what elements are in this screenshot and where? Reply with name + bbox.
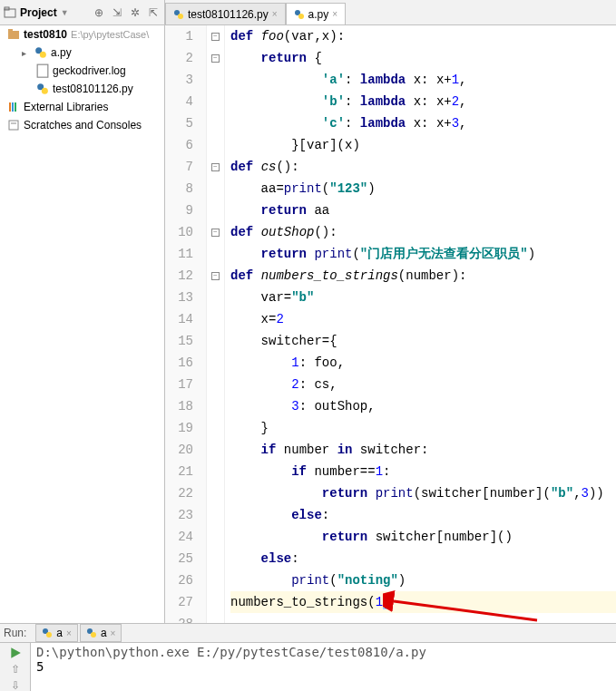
project-tree[interactable]: test0810 E:\py\pytestCase\ ▸ a.py geckod…	[0, 25, 165, 623]
line-number[interactable]: 17	[165, 374, 193, 395]
run-output[interactable]: D:\python\python.exe E:/py/pytestCase/te…	[31, 643, 616, 691]
code-line[interactable]: 'b': lambda x: x+2,	[230, 91, 616, 112]
line-number[interactable]: 20	[165, 439, 193, 461]
fold-marker[interactable]	[207, 548, 224, 569]
fold-marker[interactable]: −	[207, 156, 224, 178]
code-line[interactable]: print("noting")	[230, 569, 616, 591]
fold-marker[interactable]	[207, 439, 224, 461]
fold-marker[interactable]	[207, 352, 224, 374]
code-line[interactable]: 'a': lambda x: x+1,	[230, 69, 616, 91]
code-line[interactable]: else:	[230, 504, 616, 526]
line-number[interactable]: 28	[165, 613, 193, 623]
line-number[interactable]: 3	[165, 69, 193, 91]
line-number[interactable]: 8	[165, 178, 193, 200]
line-number[interactable]: 15	[165, 330, 193, 352]
code-line[interactable]: def numbers_to_strings(number):	[230, 265, 616, 287]
fold-marker[interactable]	[207, 482, 224, 504]
code-editor[interactable]: 1234567891011121314151617181920212223242…	[165, 25, 616, 623]
fold-marker[interactable]	[207, 134, 224, 156]
code-line[interactable]: 3: outShop,	[230, 395, 616, 417]
tree-scratches[interactable]: Scratches and Consoles	[0, 116, 164, 134]
code-line[interactable]: def outShop():	[230, 221, 616, 243]
code-line[interactable]: 1: foo,	[230, 352, 616, 374]
project-tool-window-header[interactable]: Project ▼ ⊕ ⇲ ✲ ⇱	[0, 0, 165, 24]
line-number[interactable]: 22	[165, 482, 193, 504]
code-line[interactable]: }[var](x)	[230, 134, 616, 156]
close-icon[interactable]: ×	[66, 628, 72, 638]
code-line[interactable]	[230, 613, 616, 623]
code-line[interactable]: numbers_to_strings(1)	[230, 591, 616, 613]
code-line[interactable]: if number in switcher:	[230, 439, 616, 461]
line-number[interactable]: 2	[165, 47, 193, 69]
line-number[interactable]: 5	[165, 112, 193, 134]
line-number[interactable]: 11	[165, 243, 193, 265]
line-number[interactable]: 27	[165, 591, 193, 613]
scroll-up-icon[interactable]: ⇧	[9, 663, 22, 676]
fold-marker[interactable]	[207, 200, 224, 221]
line-number[interactable]: 23	[165, 504, 193, 526]
fold-marker[interactable]	[207, 526, 224, 548]
line-number[interactable]: 18	[165, 395, 193, 417]
code-line[interactable]: return print(switcher[number]("b",3))	[230, 482, 616, 504]
fold-marker[interactable]	[207, 591, 224, 613]
scope-icon[interactable]: ⊕	[92, 5, 106, 20]
fold-marker[interactable]	[207, 287, 224, 308]
fold-column[interactable]: −−−−−	[207, 25, 225, 623]
fold-marker[interactable]	[207, 569, 224, 591]
line-number[interactable]: 25	[165, 548, 193, 569]
tree-external-libs[interactable]: External Libraries	[0, 98, 164, 116]
code-line[interactable]: if number==1:	[230, 461, 616, 482]
fold-marker[interactable]: −	[207, 221, 224, 243]
line-number[interactable]: 14	[165, 308, 193, 330]
tree-root[interactable]: test0810 E:\py\pytestCase\	[0, 25, 164, 44]
rerun-icon[interactable]	[9, 647, 22, 659]
line-number[interactable]: 7	[165, 156, 193, 178]
fold-marker[interactable]	[207, 461, 224, 482]
code-line[interactable]: def foo(var,x):	[230, 25, 616, 47]
code-line[interactable]: aa=print("123")	[230, 178, 616, 200]
code-line[interactable]: var="b"	[230, 287, 616, 308]
chevron-right-icon[interactable]: ▸	[22, 48, 31, 58]
line-number[interactable]: 9	[165, 200, 193, 221]
collapse-icon[interactable]: ⇱	[146, 5, 161, 20]
fold-marker[interactable]: −	[207, 265, 224, 287]
code-area[interactable]: def foo(var,x): return { 'a': lambda x: …	[225, 25, 616, 623]
fold-marker[interactable]	[207, 112, 224, 134]
code-line[interactable]: x=2	[230, 308, 616, 330]
tab-test08101126[interactable]: test08101126.py ×	[165, 3, 286, 24]
line-number[interactable]: 6	[165, 134, 193, 156]
fold-marker[interactable]	[207, 613, 224, 623]
fold-marker[interactable]: −	[207, 47, 224, 69]
fold-marker[interactable]	[207, 91, 224, 112]
code-line[interactable]: return switcher[number]()	[230, 526, 616, 548]
close-icon[interactable]: ×	[332, 9, 337, 19]
tab-a[interactable]: a.py ×	[286, 3, 347, 24]
line-number[interactable]: 24	[165, 526, 193, 548]
code-line[interactable]: def cs():	[230, 156, 616, 178]
line-number[interactable]: 12	[165, 265, 193, 287]
tree-file-testpy[interactable]: test08101126.py	[0, 80, 164, 98]
line-number[interactable]: 16	[165, 352, 193, 374]
expand-icon[interactable]: ⇲	[110, 5, 124, 20]
code-line[interactable]: else:	[230, 548, 616, 569]
fold-marker[interactable]	[207, 395, 224, 417]
tree-file-apy[interactable]: ▸ a.py	[0, 44, 164, 62]
fold-marker[interactable]	[207, 417, 224, 439]
run-tab-a1[interactable]: a ×	[35, 624, 78, 642]
fold-marker[interactable]	[207, 374, 224, 395]
close-icon[interactable]: ×	[111, 628, 116, 638]
gear-icon[interactable]: ✲	[128, 5, 142, 20]
code-line[interactable]: return {	[230, 47, 616, 69]
code-line[interactable]: 'c': lambda x: x+3,	[230, 112, 616, 134]
code-line[interactable]: 2: cs,	[230, 374, 616, 395]
close-icon[interactable]: ×	[272, 9, 278, 19]
line-number[interactable]: 21	[165, 461, 193, 482]
tree-file-log[interactable]: geckodriver.log	[0, 62, 164, 80]
fold-marker[interactable]	[207, 308, 224, 330]
fold-marker[interactable]	[207, 504, 224, 526]
line-gutter[interactable]: 1234567891011121314151617181920212223242…	[165, 25, 207, 623]
fold-marker[interactable]	[207, 330, 224, 352]
chevron-down-icon[interactable]: ▼	[61, 8, 69, 17]
line-number[interactable]: 13	[165, 287, 193, 308]
line-number[interactable]: 19	[165, 417, 193, 439]
